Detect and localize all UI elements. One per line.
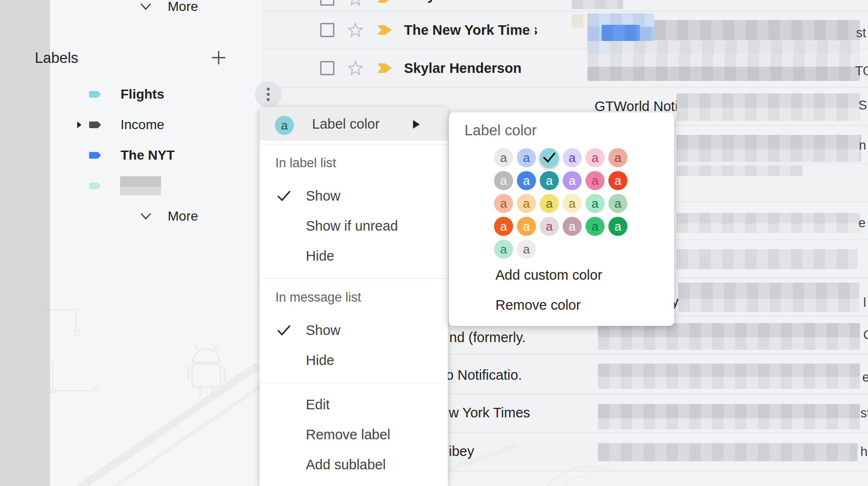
importance-marker-icon[interactable] — [377, 0, 393, 5]
color-swatch[interactable]: a — [585, 148, 605, 167]
label-color-swatch-icon: a — [275, 116, 294, 135]
redacted-text-block — [598, 337, 860, 350]
sidebar-label-the-nyt[interactable]: The NYT — [50, 140, 260, 171]
color-swatch[interactable]: a — [494, 217, 513, 236]
color-swatch-selected[interactable] — [540, 148, 559, 167]
menu-divider — [260, 278, 448, 279]
color-swatch[interactable]: a — [563, 148, 582, 167]
color-swatch[interactable]: a — [494, 171, 513, 190]
redacted-label-name — [120, 176, 161, 195]
sidebar-label-redacted[interactable] — [50, 171, 260, 201]
labels-section-header: Labels — [35, 50, 78, 67]
redacted-text-block — [654, 20, 860, 40]
importance-marker-icon[interactable] — [377, 23, 393, 37]
sidebar-label-flights[interactable]: Flights — [50, 79, 260, 110]
clipped-text-fragment: n — [859, 138, 866, 153]
clipped-sender-tail: y — [427, 0, 435, 3]
menu-divider — [260, 383, 448, 383]
label-tag-icon — [88, 87, 102, 101]
redacted-text-block — [676, 108, 860, 121]
redacted-text-block — [640, 27, 654, 41]
redacted-text-block — [598, 443, 858, 461]
menu-item-show[interactable]: Show — [260, 182, 448, 209]
color-swatch[interactable]: a — [585, 171, 605, 190]
redacted-text-block — [676, 93, 860, 108]
add-custom-color-link[interactable]: Add custom color — [495, 267, 602, 283]
redacted-text-block — [572, 14, 588, 28]
redacted-text-block — [531, 18, 535, 40]
sidebar: More More — [50, 0, 262, 486]
color-swatch[interactable]: a — [540, 217, 559, 236]
color-swatch[interactable]: a — [517, 194, 536, 213]
star-icon[interactable] — [347, 60, 364, 76]
color-swatch[interactable]: a — [563, 171, 582, 190]
color-swatch[interactable]: a — [517, 240, 536, 259]
color-swatch[interactable]: a — [608, 217, 627, 236]
redacted-text-block — [587, 27, 602, 41]
clipped-text-fragment: l — [863, 295, 866, 310]
label-options-button[interactable] — [255, 81, 282, 108]
color-swatch[interactable]: a — [608, 171, 627, 190]
label-color-popup: Label color aaaaaaaaaaaaaaaaaaaaaaaaa Ad… — [449, 112, 674, 326]
expand-caret-icon[interactable] — [77, 122, 82, 128]
redacted-text-block — [598, 418, 860, 429]
sidebar-label-income[interactable]: Income — [50, 110, 260, 140]
redacted-text-block — [676, 249, 858, 269]
check-icon — [277, 190, 291, 202]
color-swatch[interactable]: a — [540, 194, 559, 213]
menu-item-show-if-unread[interactable]: Show if unread — [260, 213, 448, 239]
color-swatch[interactable]: a — [563, 194, 582, 213]
menu-item-edit[interactable]: Edit — [260, 391, 448, 418]
select-checkbox[interactable] — [320, 23, 334, 37]
sender-name[interactable]: o Notificatio. — [446, 367, 522, 383]
color-swatch[interactable]: a — [517, 148, 536, 167]
color-swatch[interactable]: a — [608, 194, 627, 213]
color-swatch[interactable]: a — [494, 148, 513, 167]
menu-item-remove-label[interactable]: Remove label — [260, 421, 448, 448]
menu-item-label-color[interactable]: a Label color — [260, 107, 448, 141]
sender-name[interactable]: w York Times — [449, 405, 530, 421]
color-swatch[interactable]: a — [608, 148, 627, 167]
menu-item-hide[interactable]: Hide — [260, 243, 448, 269]
star-icon[interactable] — [347, 0, 364, 7]
clipped-text-fragment: C — [863, 328, 868, 343]
sidebar-item-more-top[interactable]: More — [100, 0, 312, 19]
sender-name[interactable]: nd (formerly. — [449, 330, 526, 345]
add-label-button[interactable] — [210, 49, 227, 66]
menu-item-label: Hide — [306, 243, 334, 269]
redacted-text-block — [602, 25, 640, 41]
sender-name[interactable]: Skylar Henderson — [404, 61, 522, 76]
menu-item-add-sublabel[interactable]: Add sublabel — [260, 451, 448, 478]
color-swatch[interactable]: a — [563, 217, 582, 236]
clipped-text-fragment: st — [856, 26, 866, 40]
menu-item-label: Show — [306, 317, 341, 344]
select-checkbox[interactable] — [320, 61, 334, 75]
clipped-text-fragment: e — [862, 370, 868, 385]
color-swatch[interactable]: a — [540, 171, 559, 190]
row-divider — [262, 11, 868, 11]
color-swatch[interactable]: a — [517, 217, 536, 236]
three-dot-icon — [267, 88, 270, 101]
desktop-wallpaper-strip — [0, 0, 50, 486]
color-swatch[interactable]: a — [585, 217, 605, 236]
chevron-down-icon — [139, 2, 152, 11]
sender-name[interactable]: ibey — [449, 444, 474, 459]
star-icon[interactable] — [347, 22, 364, 38]
color-swatch[interactable]: a — [494, 194, 513, 213]
popup-title: Label color — [464, 122, 537, 139]
menu-item-show[interactable]: Show — [260, 317, 448, 344]
menu-divider — [260, 144, 448, 144]
redacted-text-block — [676, 165, 803, 176]
color-swatch[interactable]: a — [494, 240, 513, 259]
remove-color-link[interactable]: Remove color — [495, 297, 581, 313]
importance-marker-icon[interactable] — [377, 61, 393, 75]
check-icon — [277, 324, 291, 336]
color-swatch[interactable]: a — [585, 194, 605, 213]
sender-name[interactable]: The New York Times — [404, 22, 537, 38]
clipped-text-fragment: TO — [855, 64, 868, 79]
redacted-text-block — [611, 41, 860, 53]
menu-item-hide[interactable]: Hide — [260, 347, 448, 374]
redacted-text-block — [587, 53, 860, 67]
color-swatch[interactable]: a — [517, 171, 536, 190]
select-checkbox[interactable] — [320, 0, 334, 6]
